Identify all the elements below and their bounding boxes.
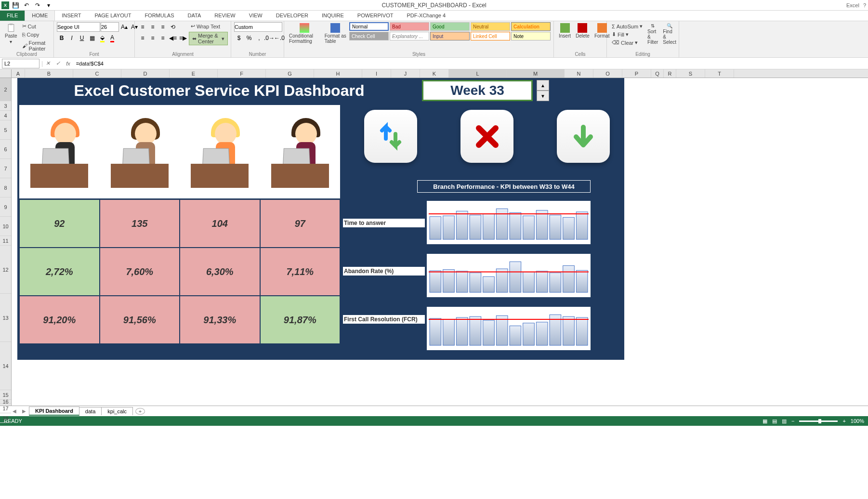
insert-cells-button[interactable]: Insert: [557, 22, 573, 39]
col-header-R[interactable]: R: [664, 69, 676, 78]
clear-button[interactable]: ⌫Clear ▾: [610, 39, 644, 47]
col-header-M[interactable]: M: [507, 69, 565, 78]
underline-button[interactable]: U: [77, 33, 87, 43]
row-header-2[interactable]: 2: [0, 78, 11, 101]
merge-center-button[interactable]: ⬌Merge & Center ▾: [189, 32, 228, 45]
sheet-tab-kpi-calc[interactable]: kpi_calc: [101, 407, 133, 415]
week-selector-cell[interactable]: Week 33: [422, 80, 533, 101]
kpi-cell-r0-c1[interactable]: 135: [100, 199, 180, 248]
sheet-tab-data[interactable]: data: [79, 407, 102, 415]
row-header-19[interactable]: 19: [0, 423, 11, 426]
kpi-cell-r1-c1[interactable]: 7,60%: [100, 248, 180, 296]
tab-view[interactable]: VIEW: [242, 10, 269, 21]
align-right-button[interactable]: ≡: [158, 33, 168, 43]
kpi-cell-r1-c3[interactable]: 7,11%: [260, 248, 341, 296]
row-header-12[interactable]: 12: [0, 246, 11, 294]
style-check-cell[interactable]: Check Cell: [349, 32, 389, 40]
qat-undo-button[interactable]: ↶: [22, 1, 31, 10]
conditional-formatting-button[interactable]: Conditional Formatting: [287, 22, 322, 45]
row-header-7[interactable]: 7: [0, 159, 11, 178]
col-header-D[interactable]: D: [121, 69, 170, 78]
col-header-I[interactable]: I: [362, 69, 391, 78]
col-header-F[interactable]: F: [218, 69, 266, 78]
col-header-A[interactable]: A: [12, 69, 25, 78]
col-header-P[interactable]: P: [622, 69, 651, 78]
delete-cells-button[interactable]: Delete: [574, 22, 592, 39]
tab-inquire[interactable]: INQUIRE: [315, 10, 351, 21]
row-header-4[interactable]: 4: [0, 111, 11, 120]
fill-button[interactable]: ⬇Fill ▾: [610, 30, 644, 39]
orientation-button[interactable]: ⟲: [168, 22, 178, 32]
qat-redo-button[interactable]: ↷: [33, 1, 42, 10]
zoom-slider[interactable]: [799, 420, 838, 422]
row-header-10[interactable]: 10: [0, 217, 11, 236]
style-normal[interactable]: Normal: [349, 22, 389, 31]
col-header-K[interactable]: K: [420, 69, 449, 78]
bold-button[interactable]: B: [57, 33, 66, 43]
enter-formula-button[interactable]: ✓: [53, 60, 63, 66]
kpi-cell-r0-c2[interactable]: 104: [180, 199, 260, 248]
align-middle-button[interactable]: ≡: [148, 22, 158, 32]
spinner-up-button[interactable]: ▲: [537, 80, 549, 91]
align-bottom-button[interactable]: ≡: [158, 22, 168, 32]
comma-button[interactable]: ,: [254, 33, 264, 43]
font-size-select[interactable]: [101, 22, 119, 32]
col-header-Q[interactable]: Q: [651, 69, 664, 78]
kpi-cell-r2-c0[interactable]: 91,20%: [19, 296, 100, 344]
tab-developer[interactable]: DEVELOPER: [269, 10, 315, 21]
tab-review[interactable]: REVIEW: [208, 10, 242, 21]
zoom-out-button[interactable]: −: [791, 418, 794, 424]
kpi-cell-r2-c2[interactable]: 91,33%: [180, 296, 260, 344]
find-select-button[interactable]: 🔍Find & Select: [661, 22, 678, 46]
row-header-18[interactable]: 18: [0, 413, 11, 423]
qat-save-button[interactable]: 💾: [11, 1, 20, 10]
align-center-button[interactable]: ≡: [148, 33, 158, 43]
worksheet-canvas[interactable]: Excel Customer Service KPI Dashboard Wee…: [12, 78, 868, 406]
row-header-8[interactable]: 8: [0, 178, 11, 197]
style-good[interactable]: Good: [430, 22, 470, 31]
tab-home[interactable]: HOME: [25, 10, 55, 21]
tab-insert[interactable]: INSERT: [55, 10, 88, 21]
style-input[interactable]: Input: [430, 32, 470, 40]
col-header-O[interactable]: O: [593, 69, 622, 78]
currency-button[interactable]: $: [234, 33, 244, 43]
select-all-corner[interactable]: [0, 69, 12, 78]
file-tab[interactable]: FILE: [0, 10, 25, 21]
sort-filter-button[interactable]: ⇅Sort & Filter: [645, 22, 660, 46]
format-painter-button[interactable]: 🖌Format Painter: [20, 39, 51, 53]
col-header-B[interactable]: B: [25, 69, 73, 78]
kpi-cell-r1-c2[interactable]: 6,30%: [180, 248, 260, 296]
spinner-down-button[interactable]: ▼: [537, 91, 549, 101]
row-header-9[interactable]: 9: [0, 197, 11, 217]
percent-button[interactable]: %: [244, 33, 254, 43]
col-header-G[interactable]: G: [266, 69, 314, 78]
col-header-T[interactable]: T: [705, 69, 734, 78]
formula-input[interactable]: [73, 59, 868, 68]
tab-pdf-xchange[interactable]: PDF-XChange 4: [400, 10, 452, 21]
row-header-15[interactable]: 15: [0, 390, 11, 400]
increase-decimal-button[interactable]: .0→: [264, 33, 274, 43]
add-sheet-button[interactable]: +: [135, 408, 145, 415]
sheet-tab-kpi-dashboard[interactable]: KPI Dashboard: [29, 407, 79, 416]
row-header-13[interactable]: 13: [0, 294, 11, 342]
row-header-6[interactable]: 6: [0, 140, 11, 159]
style-bad[interactable]: Bad: [390, 22, 429, 31]
col-header-H[interactable]: H: [314, 69, 362, 78]
help-button[interactable]: ?: [863, 2, 866, 8]
style-note[interactable]: Note: [511, 32, 551, 40]
col-header-N[interactable]: N: [565, 69, 593, 78]
tab-powerpivot[interactable]: POWERPIVOT: [351, 10, 400, 21]
cut-button[interactable]: ✂Cut: [20, 22, 51, 30]
italic-button[interactable]: I: [67, 33, 77, 43]
tab-data[interactable]: DATA: [181, 10, 208, 21]
qat-customize-button[interactable]: ▾: [44, 1, 53, 10]
tab-page-layout[interactable]: PAGE LAYOUT: [88, 10, 138, 21]
kpi-cell-r2-c3[interactable]: 91,87%: [260, 296, 341, 344]
increase-font-button[interactable]: A▴: [119, 22, 129, 32]
style-neutral[interactable]: Neutral: [471, 22, 510, 31]
col-header-E[interactable]: E: [170, 69, 218, 78]
name-box[interactable]: L2: [2, 59, 39, 68]
font-name-select[interactable]: [57, 22, 100, 32]
fx-button[interactable]: fx: [63, 61, 73, 66]
decrease-decimal-button[interactable]: ←.0: [275, 33, 284, 43]
